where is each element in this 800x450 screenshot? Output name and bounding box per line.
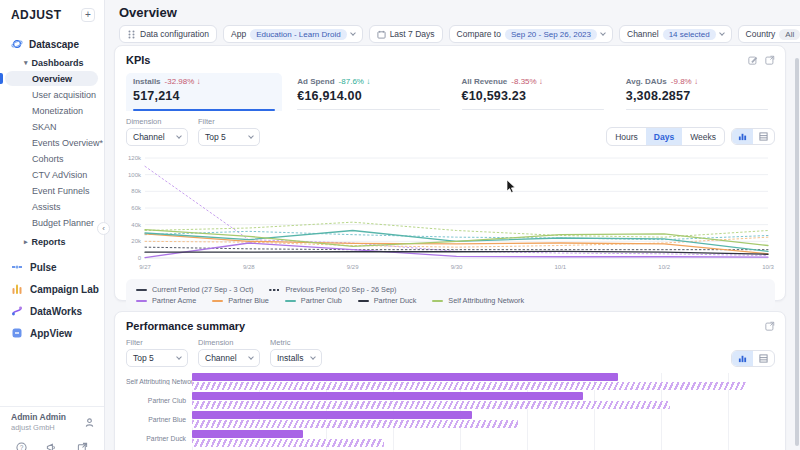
svg-text:40k: 40k <box>131 222 142 228</box>
country-select[interactable]: Country All <box>738 25 800 43</box>
dashboards-nav: OverviewUser acquisitionMonetizationSKAN… <box>0 71 104 230</box>
svg-text:20k: 20k <box>131 238 142 244</box>
compare-to-value-badge: Sep 20 - Sep 26, 2023 <box>505 29 597 40</box>
app-select[interactable]: App Education - Learn Droid <box>223 25 363 43</box>
help-icon[interactable]: ? <box>16 442 27 450</box>
kpi-tile-ad-spend[interactable]: Ad Spend-87.6% ↓€16,914.00 <box>290 73 446 111</box>
sidebar-group-label: Dashboards <box>32 58 84 68</box>
external-link-icon[interactable] <box>77 442 88 450</box>
edit-icon[interactable] <box>748 55 758 65</box>
table-view-button[interactable] <box>753 351 774 366</box>
app-label: App <box>231 29 246 39</box>
vertical-scrollbar-thumb[interactable] <box>795 58 799 446</box>
data-configuration-button[interactable]: Data configuration <box>119 25 217 43</box>
legend-item-previous-period-20-sep-26-sep[interactable]: Previous Period (20 Sep - 26 Sep) <box>269 285 396 294</box>
kpi-tile-avg-daus[interactable]: Avg. DAUs-9.8% ↓3,308.2857 <box>619 73 775 111</box>
kpi-delta: -8.35% ↓ <box>511 77 543 86</box>
chart-view-button[interactable] <box>732 129 753 144</box>
sidebar-item-datascape[interactable]: Datascape <box>0 32 104 55</box>
expand-icon[interactable] <box>765 55 775 65</box>
chevron-down-icon <box>719 30 725 36</box>
granularity-days-button[interactable]: Days <box>646 128 682 145</box>
data-configuration-label: Data configuration <box>140 29 209 39</box>
sidebar-item-overview[interactable]: Overview <box>5 71 98 86</box>
table-view-button[interactable] <box>753 129 774 144</box>
legend-label: Partner Acme <box>152 296 196 305</box>
sidebar-item-campaign-lab[interactable]: Campaign Lab <box>0 278 104 300</box>
sidebar-group-reports[interactable]: ▸ Reports <box>0 234 104 250</box>
legend-item-partner-duck[interactable]: Partner Duck <box>358 296 417 305</box>
mouse-cursor <box>506 180 517 194</box>
compare-to-select[interactable]: Compare to Sep 20 - Sep 26, 2023 <box>449 25 613 43</box>
chevron-down-icon <box>176 354 182 360</box>
svg-text:10/2: 10/2 <box>658 264 670 270</box>
legend-item-partner-club[interactable]: Partner Club <box>285 296 342 305</box>
bar-previous-period <box>192 420 518 428</box>
svg-text:80k: 80k <box>131 188 142 194</box>
bar-current-period <box>192 430 303 438</box>
expand-icon[interactable] <box>765 321 775 331</box>
channel-label: Channel <box>627 29 659 39</box>
chevron-down-icon <box>600 30 606 36</box>
dimension-select[interactable]: Channel <box>126 128 188 146</box>
compare-to-label: Compare to <box>457 29 501 39</box>
perf-metric-select[interactable]: Installs <box>270 349 322 367</box>
series-partner-duck-current <box>145 251 768 254</box>
sidebar-item-label: Pulse <box>30 262 57 273</box>
bar-row-self-attributing-network: Self Attributing Network <box>126 373 775 390</box>
date-range-select[interactable]: Last 7 Days <box>369 25 443 43</box>
sidebar-item-ctv-advision[interactable]: CTV AdVision <box>5 167 98 182</box>
sidebar-item-skan[interactable]: SKAN <box>5 119 98 134</box>
chart-view-button[interactable] <box>732 351 753 366</box>
legend-item-self-attributing-network[interactable]: Self Attributing Network <box>432 296 524 305</box>
sidebar-collapse-button[interactable]: ‹ <box>97 222 110 235</box>
sidebar-item-dataworks[interactable]: DataWorks <box>0 300 104 322</box>
add-button[interactable]: + <box>81 8 95 22</box>
bar-category-label: Partner Duck <box>126 435 192 442</box>
legend-item-partner-blue[interactable]: Partner Blue <box>212 296 269 305</box>
bar-track <box>192 373 775 390</box>
filter-label: Filter <box>126 338 188 347</box>
sidebar-item-monetization[interactable]: Monetization <box>5 103 98 118</box>
chevron-right-icon: ▸ <box>24 238 28 246</box>
performance-bar-chart[interactable]: Self Attributing NetworkPartner ClubPart… <box>126 373 775 450</box>
announcements-icon[interactable] <box>46 442 57 450</box>
kpi-delta: -9.8% ↓ <box>671 77 698 86</box>
trend-line-chart[interactable]: 020k40k60k80k100k120k9/279/289/299/3010/… <box>121 150 776 272</box>
sidebar-item-label: AppView <box>30 328 72 339</box>
sidebar-item-pulse[interactable]: Pulse <box>0 256 104 278</box>
chart-legend: Current Period (27 Sep - 3 Oct)Previous … <box>126 279 775 310</box>
kpi-delta: -32.98% ↓ <box>165 77 201 86</box>
bar-row-partner-duck: Partner Duck <box>126 430 775 447</box>
legend-item-partner-acme[interactable]: Partner Acme <box>136 296 196 305</box>
legend-item-current-period-27-sep-3-oct[interactable]: Current Period (27 Sep - 3 Oct) <box>136 285 253 294</box>
perf-filter-select[interactable]: Top 5 <box>126 349 188 367</box>
filter-value: Top 5 <box>205 132 226 142</box>
granularity-weeks-button[interactable]: Weeks <box>682 128 724 145</box>
sidebar-item-events-overview[interactable]: Events Overview* <box>5 135 98 150</box>
kpi-value: 517,214 <box>133 89 275 103</box>
sidebar-item-appview[interactable]: AppView <box>0 322 104 344</box>
perf-dimension-value: Channel <box>205 353 237 363</box>
bar-chart-icon <box>738 132 747 141</box>
sidebar-item-user-acquisition[interactable]: User acquisition <box>5 87 98 102</box>
sidebar-group-dashboards[interactable]: ▾ Dashboards <box>0 55 104 71</box>
channel-select[interactable]: Channel 14 selected <box>619 25 732 43</box>
perf-dimension-select[interactable]: Channel <box>198 349 260 367</box>
sidebar-item-cohorts[interactable]: Cohorts <box>5 151 98 166</box>
user-icon <box>84 417 95 428</box>
viz-toggle <box>731 128 775 145</box>
granularity-hours-button[interactable]: Hours <box>607 128 646 145</box>
dotted-swatch-icon <box>269 289 280 291</box>
sidebar-item-event-funnels[interactable]: Event Funnels <box>5 183 98 198</box>
page-title: Overview <box>106 0 800 20</box>
filter-select[interactable]: Top 5 <box>198 128 260 146</box>
kpi-tile-installs[interactable]: Installs-32.98% ↓517,214 <box>126 73 282 111</box>
user-account[interactable]: Admin Admin adjust GmbH <box>0 406 104 432</box>
sidebar-item-assists[interactable]: Assists <box>5 199 98 214</box>
filter-bar: Data configuration App Education - Learn… <box>106 20 800 43</box>
sidebar-item-budget-planner[interactable]: Budget Planner <box>5 215 98 230</box>
chevron-down-icon: ▾ <box>24 59 28 67</box>
kpi-tile-all-revenue[interactable]: All Revenue-8.35% ↓€10,593.23 <box>455 73 611 111</box>
kpi-value: 3,308.2857 <box>626 89 768 103</box>
